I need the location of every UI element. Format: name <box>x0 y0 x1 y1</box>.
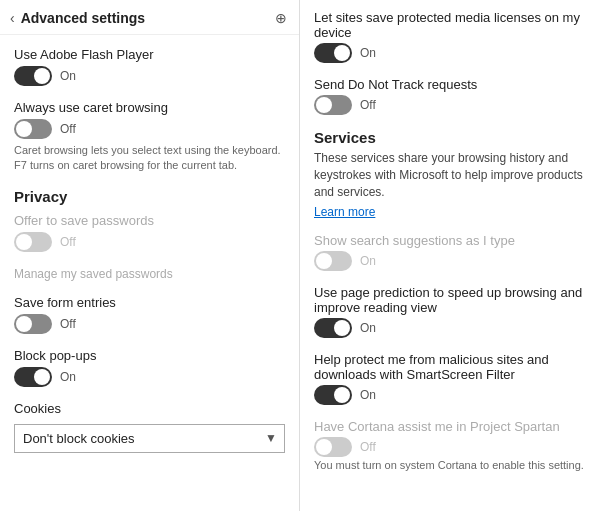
cortana-toggle <box>314 437 352 457</box>
save-passwords-setting: Offer to save passwords Off <box>14 213 285 252</box>
services-section: Services These services share your brows… <box>314 129 586 219</box>
form-entries-label: Save form entries <box>14 295 285 310</box>
cookies-title: Cookies <box>14 401 285 416</box>
search-suggestions-label: Show search suggestions as I type <box>314 233 586 248</box>
smartscreen-label: Help protect me from malicious sites and… <box>314 352 586 382</box>
manage-passwords-link[interactable]: Manage my saved passwords <box>14 267 173 281</box>
back-button[interactable]: ‹ <box>10 10 15 26</box>
form-entries-setting: Save form entries Off <box>14 295 285 334</box>
page-prediction-setting: Use page prediction to speed up browsing… <box>314 285 586 338</box>
privacy-title: Privacy <box>14 188 285 205</box>
flash-toggle[interactable] <box>14 66 52 86</box>
flash-value: On <box>60 69 76 83</box>
block-popups-value: On <box>60 370 76 384</box>
smartscreen-setting: Help protect me from malicious sites and… <box>314 352 586 405</box>
search-suggestions-toggle <box>314 251 352 271</box>
media-toggle[interactable] <box>314 43 352 63</box>
cookies-section: Cookies Don't block cookies Block only t… <box>14 401 285 453</box>
caret-description: Caret browsing lets you select text usin… <box>14 143 285 174</box>
block-popups-setting: Block pop-ups On <box>14 348 285 387</box>
caret-label: Always use caret browsing <box>14 100 285 115</box>
cortana-label: Have Cortana assist me in Project Sparta… <box>314 419 586 434</box>
dnt-label: Send Do Not Track requests <box>314 77 586 92</box>
search-suggestions-value: On <box>360 254 376 268</box>
left-panel-content: Use Adobe Flash Player On Always use car… <box>0 35 299 511</box>
smartscreen-toggle[interactable] <box>314 385 352 405</box>
smartscreen-value: On <box>360 388 376 402</box>
learn-more-link[interactable]: Learn more <box>314 205 375 219</box>
privacy-section: Privacy Offer to save passwords Off Mana… <box>14 188 285 387</box>
cortana-setting: Have Cortana assist me in Project Sparta… <box>314 419 586 471</box>
dnt-setting: Send Do Not Track requests Off <box>314 77 586 115</box>
panel-title: Advanced settings <box>21 10 145 26</box>
page-prediction-toggle[interactable] <box>314 318 352 338</box>
left-panel: ‹ Advanced settings ⊕ Use Adobe Flash Pl… <box>0 0 300 511</box>
media-value: On <box>360 46 376 60</box>
flash-setting: Use Adobe Flash Player On <box>14 47 285 86</box>
block-popups-toggle[interactable] <box>14 367 52 387</box>
pin-icon[interactable]: ⊕ <box>275 10 287 26</box>
cortana-note: You must turn on system Cortana to enabl… <box>314 459 586 471</box>
caret-value: Off <box>60 122 76 136</box>
form-entries-toggle[interactable] <box>14 314 52 334</box>
form-entries-value: Off <box>60 317 76 331</box>
cortana-value: Off <box>360 440 376 454</box>
flash-label: Use Adobe Flash Player <box>14 47 285 62</box>
search-suggestions-setting: Show search suggestions as I type On <box>314 233 586 271</box>
dnt-value: Off <box>360 98 376 112</box>
page-prediction-label: Use page prediction to speed up browsing… <box>314 285 586 315</box>
block-popups-label: Block pop-ups <box>14 348 285 363</box>
cookies-dropdown-wrapper: Don't block cookies Block only third par… <box>14 424 285 453</box>
dnt-toggle[interactable] <box>314 95 352 115</box>
media-label: Let sites save protected media licenses … <box>314 10 586 40</box>
caret-setting: Always use caret browsing Off Caret brow… <box>14 100 285 174</box>
caret-toggle[interactable] <box>14 119 52 139</box>
services-description: These services share your browsing histo… <box>314 150 586 200</box>
cookies-dropdown[interactable]: Don't block cookies Block only third par… <box>14 424 285 453</box>
services-title: Services <box>314 129 586 146</box>
right-panel: Let sites save protected media licenses … <box>300 0 600 511</box>
manage-passwords-group: Manage my saved passwords <box>14 266 285 281</box>
save-passwords-value: Off <box>60 235 76 249</box>
panel-header: ‹ Advanced settings ⊕ <box>0 0 299 35</box>
media-setting: Let sites save protected media licenses … <box>314 10 586 63</box>
page-prediction-value: On <box>360 321 376 335</box>
save-passwords-label: Offer to save passwords <box>14 213 285 228</box>
save-passwords-toggle <box>14 232 52 252</box>
